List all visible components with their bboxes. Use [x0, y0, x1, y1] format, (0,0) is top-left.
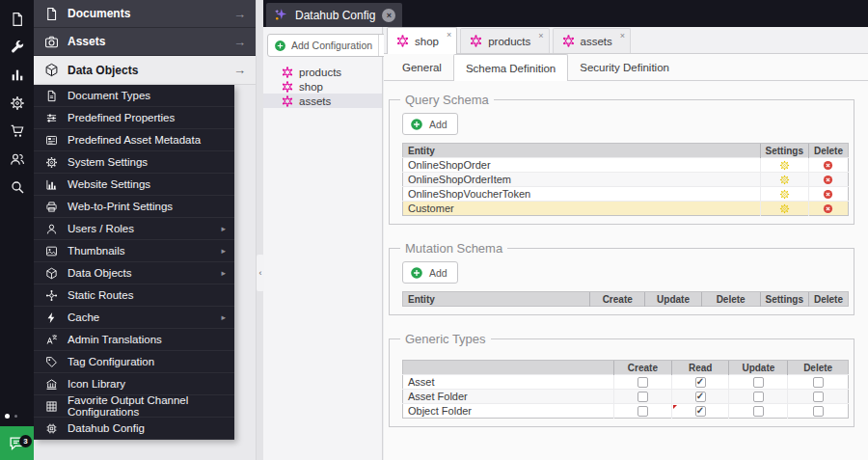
column-header-read[interactable]: Read	[671, 361, 729, 375]
menu-item-icon-library[interactable]: Icon Library	[34, 373, 234, 395]
column-header-entity[interactable]: Entity	[403, 144, 761, 158]
translate-icon	[45, 334, 58, 346]
column-header-delete-3[interactable]: Delete	[701, 292, 760, 307]
bank-icon	[45, 378, 58, 391]
type-cell: Asset Folder	[403, 390, 614, 404]
settings-gear-icon[interactable]	[779, 203, 790, 214]
query-schema-table: EntitySettingsDelete OnlineShopOrder Onl…	[402, 143, 849, 216]
query-schema-add-button[interactable]: Add	[402, 113, 458, 135]
update-checkbox[interactable]	[753, 406, 764, 417]
table-row[interactable]: OnlineShopOrder	[403, 158, 849, 173]
close-icon[interactable]: ×	[447, 30, 451, 40]
editor-tab-products[interactable]: products ×	[460, 28, 549, 53]
tree-item-assets[interactable]: assets	[263, 94, 382, 108]
menu-item-tag-configuration[interactable]: Tag Configuration	[34, 351, 234, 373]
search-icon[interactable]	[0, 173, 34, 201]
reports-icon[interactable]	[0, 61, 34, 89]
table-row[interactable]: Object Folder	[403, 404, 849, 419]
read-checkbox[interactable]	[695, 377, 706, 388]
subtab-security-definition[interactable]: Security Definition	[568, 54, 681, 80]
delete-checkbox[interactable]	[813, 392, 824, 402]
ecommerce-icon[interactable]	[0, 117, 34, 145]
menu-item-users-roles[interactable]: Users / Roles ▸	[34, 218, 234, 240]
accordion-section-assets[interactable]: Assets →	[34, 28, 256, 56]
panel-splitter[interactable]: ‹	[256, 0, 263, 460]
delete-checkbox[interactable]	[813, 406, 824, 417]
menu-item-label: Predefined Asset Metadata	[68, 134, 201, 146]
menu-item-favorite-output-channel-configurations[interactable]: Favorite Output Channel Configurations	[34, 395, 234, 418]
table-row[interactable]: Customer	[403, 202, 849, 216]
accordion-section-data-objects[interactable]: Data Objects →	[34, 56, 256, 85]
tab-datahub-config[interactable]: Datahub Config ×	[266, 3, 402, 27]
close-icon[interactable]: ×	[538, 31, 543, 41]
menu-item-thumbnails[interactable]: Thumbnails ▸	[34, 240, 234, 262]
table-row[interactable]: Asset	[403, 375, 849, 390]
collapse-handle-icon[interactable]: ‹	[257, 255, 264, 291]
update-checkbox[interactable]	[753, 377, 764, 388]
create-checkbox[interactable]	[637, 406, 648, 417]
menu-item-static-routes[interactable]: Static Routes	[34, 284, 234, 307]
graphql-icon	[282, 81, 293, 93]
menu-item-data-objects[interactable]: Data Objects ▸	[34, 262, 234, 284]
column-header-delete[interactable]: Delete	[788, 361, 849, 375]
tools-icon[interactable]	[0, 33, 34, 61]
close-icon[interactable]: ×	[382, 9, 395, 22]
column-header-create-1[interactable]: Create	[590, 292, 645, 307]
delete-checkbox[interactable]	[813, 377, 824, 388]
editor-tab-assets[interactable]: assets ×	[553, 28, 632, 53]
status-dot	[14, 415, 17, 418]
create-checkbox[interactable]	[637, 377, 648, 388]
close-icon[interactable]: ×	[620, 31, 625, 41]
column-header-create[interactable]: Create	[614, 361, 672, 375]
delete-icon[interactable]	[823, 160, 833, 171]
accordion-section-documents[interactable]: Documents →	[34, 0, 256, 28]
settings-gear-icon[interactable]	[779, 189, 790, 200]
settings-icon[interactable]	[0, 89, 34, 117]
column-header-settings[interactable]: Settings	[760, 144, 808, 158]
delete-icon[interactable]	[823, 203, 833, 214]
menu-item-predefined-asset-metadata[interactable]: Predefined Asset Metadata	[34, 129, 234, 151]
menu-item-predefined-properties[interactable]: Predefined Properties	[34, 107, 234, 129]
read-checkbox[interactable]	[695, 406, 706, 417]
column-header-update-2[interactable]: Update	[645, 292, 701, 307]
column-header-update[interactable]: Update	[729, 361, 788, 375]
graphql-icon	[562, 35, 575, 47]
section-label: Documents	[68, 7, 130, 20]
add-configuration-button[interactable]: Add Configuration ▾	[267, 34, 394, 57]
create-checkbox[interactable]	[637, 392, 648, 402]
table-row[interactable]: Asset Folder	[403, 390, 849, 404]
tree-item-products[interactable]: products	[263, 65, 382, 79]
settings-gear-icon[interactable]	[779, 160, 790, 171]
table-row[interactable]: OnlineShopOrderItem	[403, 173, 849, 187]
tree-item-shop[interactable]: shop	[263, 79, 382, 94]
notifications-chat-button[interactable]: 3	[0, 426, 34, 460]
column-header-entity-0[interactable]: Entity	[403, 292, 590, 307]
menu-item-datahub-config[interactable]: Datahub Config	[34, 418, 234, 440]
chevron-right-icon: ▸	[221, 246, 226, 256]
subtab-general[interactable]: General	[391, 54, 453, 80]
menu-item-admin-translations[interactable]: Admin Translations	[34, 329, 234, 351]
menu-item-document-types[interactable]: Document Types	[34, 85, 234, 107]
documents-icon[interactable]	[0, 5, 34, 33]
read-checkbox[interactable]	[695, 392, 706, 402]
menu-item-system-settings[interactable]: System Settings	[34, 151, 234, 174]
column-header-delete-5[interactable]: Delete	[808, 292, 848, 307]
update-checkbox[interactable]	[753, 392, 764, 402]
column-header-type[interactable]	[403, 361, 614, 375]
menu-item-web-to-print-settings[interactable]: Web-to-Print Settings	[34, 196, 234, 218]
editor-tab-shop[interactable]: shop ×	[387, 27, 457, 54]
settings-gear-icon[interactable]	[779, 175, 790, 185]
chevron-right-icon: ▸	[221, 224, 226, 233]
delete-icon[interactable]	[823, 189, 833, 200]
column-header-settings-4[interactable]: Settings	[760, 292, 808, 307]
users-icon[interactable]	[0, 145, 34, 173]
tree-item-label: products	[299, 67, 341, 78]
mutation-schema-add-button[interactable]: Add	[402, 261, 458, 284]
cube-icon	[45, 267, 58, 280]
menu-item-website-settings[interactable]: Website Settings	[34, 174, 234, 196]
delete-icon[interactable]	[823, 175, 833, 185]
column-header-delete[interactable]: Delete	[808, 144, 848, 158]
menu-item-cache[interactable]: Cache ▸	[34, 307, 234, 329]
table-row[interactable]: OnlineShopVoucherToken	[403, 187, 849, 202]
subtab-schema-definition[interactable]: Schema Definition	[453, 54, 568, 81]
